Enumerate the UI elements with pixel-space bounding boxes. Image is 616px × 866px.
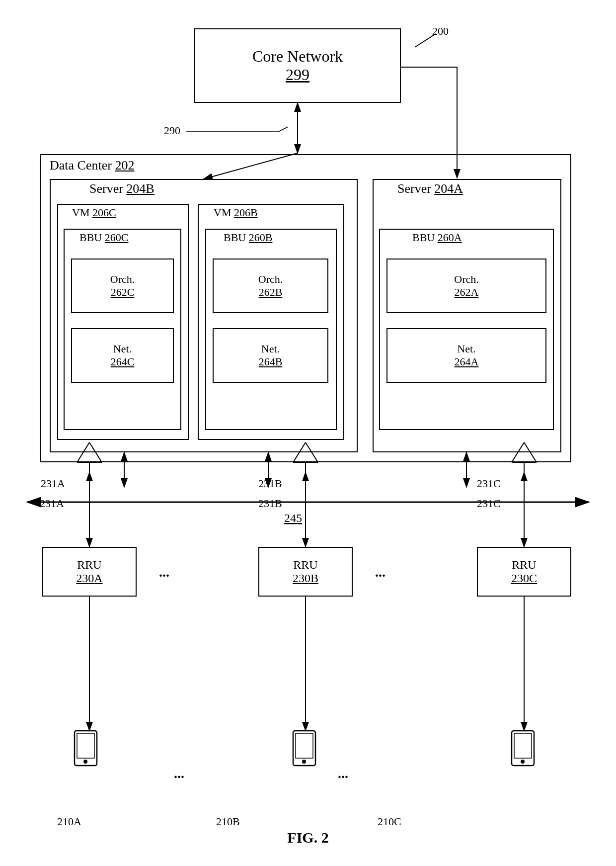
- svg-rect-43: [512, 731, 534, 766]
- svg-point-45: [521, 760, 525, 764]
- svg-point-39: [83, 760, 87, 764]
- server-204a-label: Server 204A: [397, 181, 463, 196]
- svg-rect-44: [514, 733, 532, 758]
- dots-rru-ab: ...: [159, 564, 169, 580]
- svg-rect-37: [75, 731, 97, 766]
- core-network-label: Core Network: [252, 47, 343, 66]
- vm-206b-label: VM 206B: [214, 206, 258, 219]
- data-center-label: Data Center 202: [50, 158, 134, 173]
- antenna-231a-ref: 231A: [41, 477, 65, 490]
- bbu-260b-label: BBU 260B: [224, 231, 272, 244]
- svg-point-42: [302, 760, 306, 764]
- mobile-210c-label: 210C: [378, 815, 401, 828]
- antenna-231c-ref: 231C: [477, 477, 501, 490]
- svg-line-8: [278, 127, 288, 132]
- orch-262c-box: Orch. 262C: [71, 259, 174, 313]
- core-network-number: 299: [286, 66, 309, 84]
- core-network-box: Core Network 299: [194, 28, 401, 103]
- dots-mobile-ab: ...: [174, 766, 184, 781]
- net-264a-box: Net. 264A: [386, 328, 546, 383]
- net-264b-box: Net. 264B: [213, 328, 328, 383]
- server-204b-label: Server 204B: [89, 181, 154, 196]
- svg-rect-38: [77, 733, 94, 758]
- svg-rect-40: [293, 731, 315, 766]
- antenna-231a-label: 231A: [40, 497, 64, 510]
- svg-text:290: 290: [164, 124, 180, 137]
- fig-caption: FIG. 2: [0, 829, 616, 846]
- rru-230c-box: RRU 230C: [477, 547, 571, 597]
- rru-230b-box: RRU 230B: [258, 547, 353, 597]
- dots-mobile-bc: ...: [338, 766, 348, 781]
- antenna-231b-ref: 231B: [258, 477, 282, 490]
- mobile-210a-label: 210A: [57, 815, 81, 828]
- rru-230a-box: RRU 230A: [42, 547, 137, 597]
- vm-206c-label: VM 206C: [72, 206, 116, 219]
- antenna-231c-label: 231C: [477, 497, 501, 510]
- ref-200-label: 200: [432, 25, 449, 38]
- mobile-210b-label: 210B: [216, 815, 240, 828]
- orch-262a-box: Orch. 262A: [386, 259, 546, 313]
- svg-text:245: 245: [284, 512, 302, 524]
- bbu-260c-label: BBU 260C: [79, 231, 128, 244]
- antenna-231b-label: 231B: [258, 497, 282, 510]
- dots-rru-bc: ...: [375, 564, 385, 580]
- orch-262b-box: Orch. 262B: [213, 259, 328, 313]
- svg-rect-41: [296, 733, 313, 758]
- bbu-260a-label: BBU 260A: [412, 231, 462, 244]
- net-264c-box: Net. 264C: [71, 328, 174, 383]
